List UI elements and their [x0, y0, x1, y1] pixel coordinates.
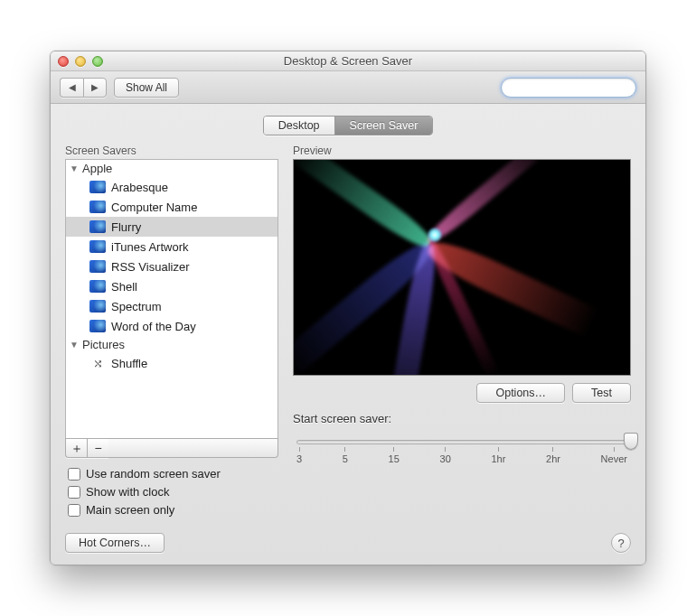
add-remove-bar: ＋ − — [65, 438, 278, 458]
shuffle-icon: ⤭ — [89, 357, 106, 369]
options-button[interactable]: Options… — [476, 383, 565, 403]
item-label: Shuffle — [111, 357, 147, 370]
search-input[interactable] — [510, 81, 645, 94]
slider-ticks: 3515301hr2hrNever — [296, 453, 627, 464]
prefpane-window: Desktop & Screen Saver ◀ ▶ Show All Desk… — [50, 51, 646, 565]
list-item[interactable]: RSS Visualizer — [66, 257, 277, 276]
titlebar[interactable]: Desktop & Screen Saver — [51, 51, 645, 71]
options-label: Options… — [495, 387, 546, 399]
source-title: Screen Savers — [65, 145, 278, 157]
clock-label: Show with clock — [86, 485, 169, 499]
footer-left: Hot Corners… — [65, 517, 278, 553]
screensaver-icon — [89, 181, 106, 193]
item-label: iTunes Artwork — [111, 240, 189, 254]
source-group-header[interactable]: ▼Apple — [66, 160, 277, 177]
show-all-label: Show All — [126, 81, 167, 94]
hot-corners-button[interactable]: Hot Corners… — [65, 533, 165, 553]
preview-area — [293, 159, 631, 376]
main-checkbox[interactable] — [68, 504, 80, 517]
tab-screensaver[interactable]: Screen Saver — [334, 117, 433, 135]
back-button[interactable]: ◀ — [60, 78, 83, 98]
list-item[interactable]: ⤭Shuffle — [66, 353, 277, 373]
main-check-row[interactable]: Main screen only — [68, 503, 278, 517]
list-item[interactable]: Arabesque — [66, 177, 277, 197]
disclosure-triangle-icon: ▼ — [70, 163, 79, 173]
clock-check-row[interactable]: Show with clock — [68, 485, 278, 499]
slider-tick: 1hr — [491, 453, 505, 464]
disclosure-triangle-icon: ▼ — [70, 340, 79, 350]
slider-tick: 5 — [343, 453, 348, 464]
screensaver-icon — [89, 201, 106, 213]
footer-right: ? — [293, 517, 631, 553]
preview-label: Preview — [293, 145, 631, 157]
slider-knob[interactable] — [624, 433, 638, 450]
chevron-left-icon: ◀ — [69, 82, 76, 92]
list-item[interactable]: Spectrum — [66, 296, 277, 316]
test-label: Test — [591, 387, 612, 399]
slider-label: Start screen saver: — [293, 412, 631, 425]
start-slider[interactable]: 3515301hr2hrNever — [293, 431, 631, 467]
toolbar: ◀ ▶ Show All — [51, 71, 645, 104]
chevron-right-icon: ▶ — [91, 82, 99, 92]
random-check-row[interactable]: Use random screen saver — [68, 467, 278, 481]
preview-buttons: Options… Test — [293, 383, 631, 403]
slider-track — [296, 440, 627, 444]
slider-tick: 2hr — [546, 453, 560, 464]
item-label: Computer Name — [111, 201, 197, 214]
help-button[interactable]: ? — [611, 533, 631, 553]
test-button[interactable]: Test — [572, 383, 631, 403]
screensaver-icon — [89, 220, 106, 233]
group-name: Pictures — [82, 338, 125, 351]
screensaver-icon — [89, 240, 106, 253]
screensaver-icon — [89, 320, 106, 332]
left-column: Screen Savers ▼AppleArabesqueComputer Na… — [65, 145, 278, 553]
screensaver-list[interactable]: ▼AppleArabesqueComputer NameFlurryiTunes… — [65, 159, 278, 438]
list-item[interactable]: Word of the Day — [66, 316, 277, 336]
remove-button[interactable]: − — [87, 438, 108, 458]
add-button[interactable]: ＋ — [65, 438, 87, 458]
item-label: Shell — [111, 280, 137, 294]
screensaver-icon — [89, 260, 106, 273]
slider-tick: 3 — [296, 453, 302, 464]
flurry-graphic — [294, 160, 630, 375]
item-label: Flurry — [111, 220, 141, 234]
main-label: Main screen only — [86, 503, 174, 517]
checkbox-group: Use random screen saver Show with clock … — [65, 467, 278, 517]
right-column: Preview Options… Test Start screen saver… — [293, 145, 631, 553]
item-label: Word of the Day — [111, 320, 196, 333]
item-label: Arabesque — [111, 181, 168, 194]
slider-tick: 30 — [440, 453, 451, 464]
slider-tick: 15 — [389, 453, 400, 464]
add-remove-fill — [108, 438, 278, 458]
screensaver-icon — [89, 300, 106, 313]
group-name: Apple — [82, 162, 112, 175]
list-item[interactable]: Flurry — [66, 217, 277, 237]
random-label: Use random screen saver — [86, 467, 221, 481]
list-item[interactable]: Shell — [66, 276, 277, 296]
nav-group: ◀ ▶ — [60, 78, 107, 98]
content-area: Screen Savers ▼AppleArabesqueComputer Na… — [51, 135, 645, 565]
hot-corners-label: Hot Corners… — [79, 537, 151, 549]
list-item[interactable]: Computer Name — [66, 197, 277, 217]
clock-checkbox[interactable] — [68, 486, 80, 499]
slider-tick: Never — [601, 453, 627, 464]
tab-segment: Desktop Screen Saver — [263, 116, 434, 135]
source-group-header[interactable]: ▼Pictures — [66, 336, 277, 353]
item-label: RSS Visualizer — [111, 260, 189, 274]
item-label: Spectrum — [111, 300, 162, 313]
search-field[interactable] — [501, 78, 636, 98]
tab-desktop[interactable]: Desktop — [264, 117, 334, 135]
list-item[interactable]: iTunes Artwork — [66, 237, 277, 257]
tab-row: Desktop Screen Saver — [51, 116, 645, 135]
forward-button[interactable]: ▶ — [83, 78, 107, 98]
window-title: Desktop & Screen Saver — [51, 54, 645, 68]
random-checkbox[interactable] — [68, 468, 80, 481]
screensaver-icon — [89, 280, 106, 293]
show-all-button[interactable]: Show All — [114, 78, 179, 98]
